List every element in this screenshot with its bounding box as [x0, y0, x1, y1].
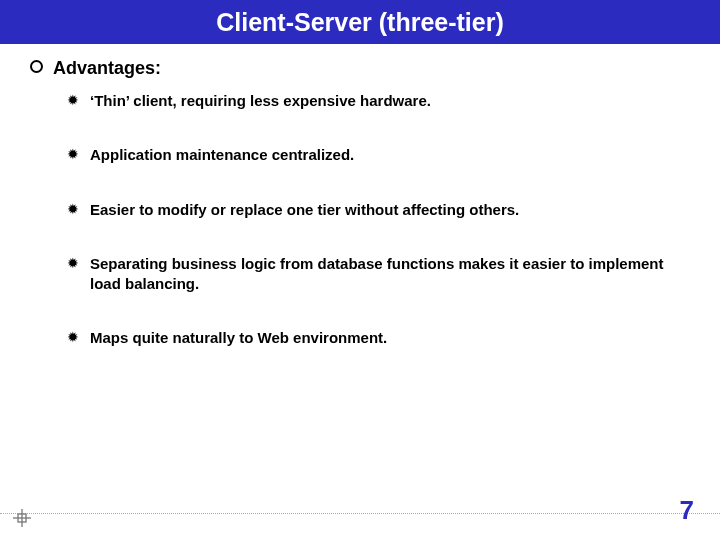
advantages-list: ✹ ‘Thin’ client, requiring less expensiv…: [66, 91, 690, 349]
slide-body: Advantages: ✹ ‘Thin’ client, requiring l…: [0, 44, 720, 349]
starburst-bullet-icon: ✹: [66, 91, 80, 109]
slide-title: Client-Server (three-tier): [216, 8, 504, 37]
list-item: ✹ Easier to modify or replace one tier w…: [66, 200, 690, 220]
starburst-bullet-icon: ✹: [66, 145, 80, 163]
crosshair-icon: [12, 508, 32, 528]
title-bar: Client-Server (three-tier): [0, 0, 720, 44]
list-item-text: Maps quite naturally to Web environment.: [90, 328, 387, 348]
list-item: ✹ Separating business logic from databas…: [66, 254, 690, 295]
list-item: ✹ Maps quite naturally to Web environmen…: [66, 328, 690, 348]
list-item-text: Application maintenance centralized.: [90, 145, 354, 165]
list-item-text: Easier to modify or replace one tier wit…: [90, 200, 519, 220]
starburst-bullet-icon: ✹: [66, 254, 80, 272]
footer: 7: [0, 513, 720, 522]
list-item: ✹ Application maintenance centralized.: [66, 145, 690, 165]
list-item: ✹ ‘Thin’ client, requiring less expensiv…: [66, 91, 690, 111]
heading-row: Advantages:: [30, 58, 690, 79]
heading-text: Advantages:: [53, 58, 161, 79]
starburst-bullet-icon: ✹: [66, 200, 80, 218]
circle-bullet-icon: [30, 60, 43, 73]
list-item-text: ‘Thin’ client, requiring less expensive …: [90, 91, 431, 111]
list-item-text: Separating business logic from database …: [90, 254, 690, 295]
starburst-bullet-icon: ✹: [66, 328, 80, 346]
slide: Client-Server (three-tier) Advantages: ✹…: [0, 0, 720, 540]
page-number: 7: [680, 495, 694, 526]
